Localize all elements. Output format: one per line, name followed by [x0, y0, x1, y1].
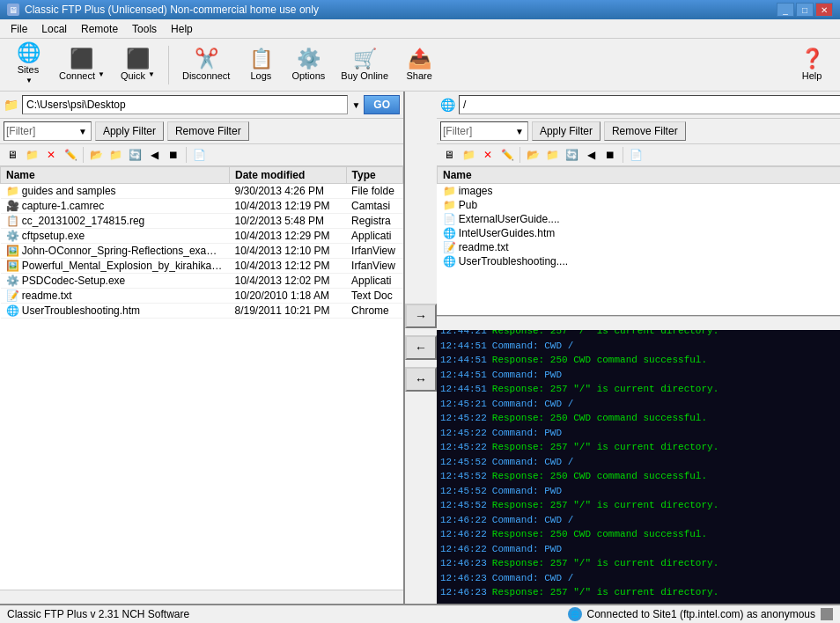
left-toolbar2: 🖥 📁 ✕ ✏️ 📂 📁 🔄 ◀ ⏹ 📄 [0, 144, 403, 166]
right-file-row[interactable]: 🌐 IntelUserGuides.htm 21 KB File 1/21/20… [438, 226, 841, 240]
left-tb2-btn-delete[interactable]: ✕ [42, 146, 60, 164]
left-tb2-btn-stop[interactable]: ⏹ [165, 146, 182, 164]
left-file-name: ⚙️ cftpsetup.exe [1, 229, 230, 244]
left-tb2-btn-rename[interactable]: ✏️ [62, 146, 79, 164]
left-file-row[interactable]: 🖼️ John-OConnor_Spring-Reflections_examp… [1, 244, 403, 259]
right-path-input[interactable] [459, 95, 840, 114]
left-remove-filter-button[interactable]: Remove Filter [167, 121, 249, 141]
logs-label: Logs [250, 70, 271, 81]
left-file-type: Registra [346, 214, 402, 229]
sites-button[interactable]: 🌐 Sites ▼ [7, 42, 49, 88]
title-controls[interactable]: _ □ ✕ [777, 3, 833, 17]
right-hscroll[interactable] [437, 316, 840, 330]
share-button[interactable]: 📤 Share [398, 42, 440, 88]
left-file-row[interactable]: 📋 cc_20131002_174815.reg 10/2/2013 5:48 … [1, 214, 403, 229]
left-tb2-btn-newfolder[interactable]: 📁 [107, 146, 124, 164]
right-file-row[interactable]: 📁 Pub Folder 6/16/2011 12:00:00 AM [438, 198, 841, 212]
left-tb2-btn-newfile[interactable]: 📂 [87, 146, 105, 164]
right-tb2-btn-2[interactable]: 📁 [460, 146, 477, 164]
right-col-name[interactable]: Name [438, 167, 841, 184]
left-file-type: Applicati [346, 229, 402, 244]
minimize-button[interactable]: _ [777, 3, 794, 17]
left-col-type[interactable]: Type [346, 167, 402, 184]
left-file-row[interactable]: 🎥 capture-1.camrec 10/4/2013 12:19 PM Ca… [1, 199, 403, 214]
left-file-row[interactable]: 🌐 UserTroubleshooting.htm 8/19/2011 10:2… [1, 304, 403, 319]
right-panel-upper: 🌐 ▼ GO ▼ Apply Filter Remove Filter 🖥 📁 … [437, 92, 840, 330]
right-file-row[interactable]: 📁 images Folder 1/21/2011 12:00:00 AM [438, 184, 841, 199]
left-apply-filter-button[interactable]: Apply Filter [95, 121, 164, 141]
left-tb2-btn-1[interactable]: 🖥 [4, 146, 21, 164]
file-icon: 📁 [443, 199, 456, 211]
left-file-row[interactable]: ⚙️ PSDCodec-Setup.exe 10/4/2013 12:02 PM… [1, 274, 403, 289]
left-file-list: Name Date modified Type 📁 guides and sam… [0, 166, 403, 590]
left-file-type: IrfanView [346, 259, 402, 274]
right-tb2-btn-extra[interactable]: 📄 [627, 146, 645, 164]
log-time: 12:45:52 [440, 469, 487, 484]
right-filter-bar: ▼ Apply Filter Remove Filter [437, 119, 840, 144]
left-col-date[interactable]: Date modified [230, 167, 347, 184]
quick-label: Quick [121, 70, 145, 81]
sites-icon: 🌐 [17, 43, 41, 62]
quick-button[interactable]: ⬛ Quick ▼ [114, 42, 161, 88]
menu-tools[interactable]: Tools [125, 21, 164, 37]
logs-button[interactable]: 📋 Logs [239, 42, 282, 88]
left-path-dropdown[interactable]: ▼ [351, 100, 360, 110]
right-tb2-btn-rename[interactable]: ✏️ [498, 146, 516, 164]
options-button[interactable]: ⚙️ Options [285, 42, 331, 88]
left-file-row[interactable]: ⚙️ cftpsetup.exe 10/4/2013 12:29 PM Appl… [1, 229, 403, 244]
left-file-row[interactable]: 📝 readme.txt 10/20/2010 1:18 AM Text Doc [1, 289, 403, 304]
menu-file[interactable]: File [4, 21, 34, 37]
right-tb2-btn-newfile[interactable]: 📂 [524, 146, 542, 164]
right-tb2-btn-stop[interactable]: ⏹ [601, 146, 619, 164]
transfer-both-button[interactable]: ↔ [405, 367, 437, 392]
right-remove-filter-button[interactable]: Remove Filter [604, 121, 686, 141]
left-file-row[interactable]: 📁 guides and samples 9/30/2013 4:26 PM F… [1, 184, 403, 199]
right-tb2-btn-1[interactable]: 🖥 [440, 146, 458, 164]
left-filter-dropdown[interactable]: ▼ [77, 127, 89, 136]
left-tb2-btn-2[interactable]: 📁 [23, 146, 41, 164]
left-tb2-btn-back[interactable]: ◀ [145, 146, 163, 164]
menu-remote[interactable]: Remote [74, 21, 125, 37]
left-hscroll[interactable] [0, 590, 403, 604]
right-filter-input[interactable] [443, 125, 513, 137]
connect-button[interactable]: ⬛ Connect ▼ [53, 42, 111, 88]
right-tb2-btn-newfolder[interactable]: 📁 [543, 146, 561, 164]
left-go-button[interactable]: GO [364, 95, 400, 114]
transfer-right-button[interactable]: → [405, 304, 437, 328]
right-filter-dropdown[interactable]: ▼ [513, 127, 526, 136]
log-entry: 12:46:22Command: CWD / [440, 513, 840, 528]
window-title: Classic FTP Plus (Unlicensed) Non-commer… [25, 4, 319, 16]
status-right-text: Connected to Site1 (ftp.intel.com) as an… [587, 608, 815, 620]
left-path-input[interactable] [22, 95, 348, 114]
log-text: Response: 257 "/" is current directory. [492, 382, 718, 397]
left-tb2-btn-extra[interactable]: 📄 [190, 146, 208, 164]
disconnect-button[interactable]: ✂️ Disconnect [176, 42, 236, 88]
log-text: Response: 250 CWD command successful. [492, 411, 707, 426]
right-file-name: 📄 ExternalUserGuide.... [438, 212, 841, 226]
left-tb2-btn-refresh[interactable]: 🔄 [126, 146, 144, 164]
file-icon: 🌐 [443, 227, 456, 239]
left-filter-input[interactable] [6, 125, 77, 137]
maximize-button[interactable]: □ [796, 3, 814, 17]
close-button[interactable]: ✕ [815, 3, 833, 17]
right-file-row[interactable]: 🌐 UserTroubleshooting.... 28 KB File 8/1… [438, 254, 841, 268]
right-file-row[interactable]: 📝 readme.txt 4 KB File 10/19/2010 12:00:… [438, 240, 841, 254]
quick-icon: ⬛ [126, 49, 150, 69]
status-indicator [821, 608, 833, 620]
quick-dropdown-arrow: ▼ [148, 70, 155, 78]
right-tb2-btn-back[interactable]: ◀ [582, 146, 600, 164]
right-tb2-btn-refresh[interactable]: 🔄 [563, 146, 580, 164]
log-entry: 12:45:52Response: 257 "/" is current dir… [440, 498, 840, 513]
right-apply-filter-button[interactable]: Apply Filter [532, 121, 601, 141]
right-file-row[interactable]: 📄 ExternalUserGuide.... 20 KB File 1/21/… [438, 212, 841, 226]
menu-local[interactable]: Local [34, 21, 74, 37]
left-file-row[interactable]: 🖼️ Powerful_Mental_Explosion_by_kirahika… [1, 259, 403, 274]
right-tb2-btn-delete[interactable]: ✕ [479, 146, 497, 164]
transfer-left-button[interactable]: ← [405, 335, 437, 360]
log-time: 12:45:21 [440, 397, 487, 412]
left-col-name[interactable]: Name [1, 167, 230, 184]
disconnect-label: Disconnect [182, 70, 230, 81]
help-button[interactable]: ❓ Help [791, 42, 833, 88]
buy-online-button[interactable]: 🛒 Buy Online [335, 42, 394, 88]
menu-help[interactable]: Help [164, 21, 200, 37]
